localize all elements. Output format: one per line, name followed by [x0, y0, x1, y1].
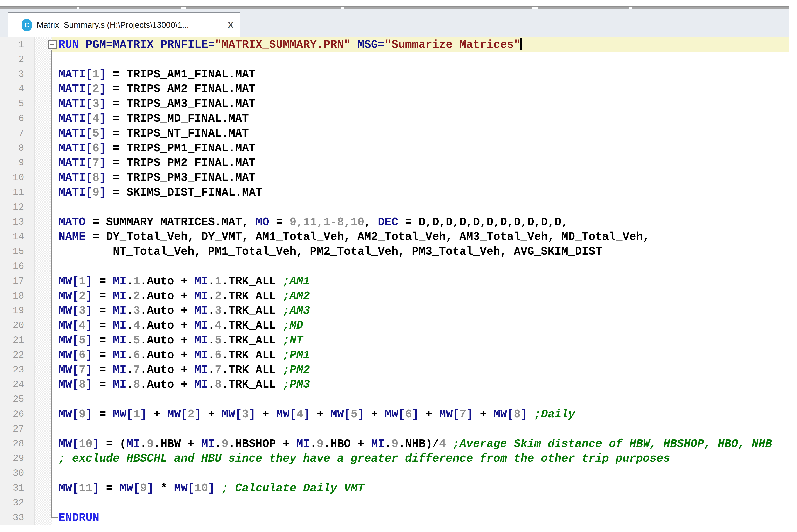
- code-line: MATI[7] = TRIPS_PM2_FINAL.MAT: [58, 156, 789, 170]
- code-token: MW[: [58, 364, 79, 377]
- code-token: ]: [86, 290, 92, 303]
- code-token: ]: [140, 408, 147, 421]
- fold-margin: [35, 363, 52, 378]
- code-token: ENDRUN: [58, 511, 99, 525]
- code-token: MW[: [58, 319, 79, 332]
- code-token: 1: [215, 275, 222, 288]
- code-token: 6: [215, 349, 222, 362]
- code-token: 9,11,1-8,10: [289, 216, 364, 229]
- code-token: = (: [99, 437, 127, 451]
- fold-margin: [35, 52, 52, 67]
- code-token: = TRIPS_NT_FINAL.MAT: [106, 127, 249, 140]
- line-number: 9: [0, 156, 35, 170]
- fold-margin: [35, 215, 52, 230]
- code-line: [58, 52, 789, 67]
- code-token: 8: [79, 378, 86, 391]
- code-line: NAME = DY_Total_Veh, DY_VMT, AM1_Total_V…: [58, 230, 789, 244]
- code-token: 8: [92, 171, 99, 184]
- toolbar-separator: [77, 6, 79, 9]
- fold-margin: [35, 259, 52, 274]
- line-number: 17: [0, 274, 35, 289]
- code-token: PRNFILE=: [160, 38, 215, 51]
- code-token: MATI[: [58, 156, 92, 169]
- code-line-row: 29; exclude HBSCHL and HBU since they ha…: [0, 451, 789, 466]
- code-left-padding: [52, 363, 58, 378]
- code-token: MATI[: [58, 142, 92, 155]
- code-token: PGM=MATRIX: [86, 38, 154, 51]
- code-line: MW[2] = MI.2.Auto + MI.2.TRK_ALL ;AM2: [58, 289, 789, 304]
- code-token: ]: [466, 408, 473, 421]
- code-line: MATI[5] = TRIPS_NT_FINAL.MAT: [58, 126, 789, 141]
- code-line: [58, 200, 789, 215]
- code-token: MATI[: [58, 82, 92, 96]
- code-token: = D,D,D,D,D,D,D,D,D,D,D,: [398, 216, 568, 229]
- code-token: ]: [99, 156, 106, 169]
- fold-margin: [35, 200, 52, 215]
- fold-margin: [35, 170, 52, 185]
- code-token: MATI[: [58, 127, 92, 140]
- code-line-row: 10MATI[8] = TRIPS_PM3_FINAL.MAT: [0, 170, 789, 185]
- code-token: 3: [215, 304, 222, 317]
- code-token: +: [255, 408, 276, 421]
- code-token: .TRK_ALL: [222, 290, 283, 303]
- code-left-padding: [52, 466, 58, 481]
- code-token: MW[: [58, 378, 79, 391]
- code-token: NT_Total_Veh, PM1_Total_Veh, PM2_Total_V…: [58, 245, 602, 258]
- fold-margin: [35, 496, 52, 511]
- code-left-padding: [52, 392, 58, 407]
- code-line-row: 17MW[1] = MI.1.Auto + MI.1.TRK_ALL ;AM1: [0, 274, 789, 289]
- code-token: [446, 437, 453, 451]
- code-line: MW[8] = MI.8.Auto + MI.8.TRK_ALL ;PM3: [58, 377, 789, 392]
- code-token: =: [92, 349, 113, 362]
- code-token: ]: [521, 408, 528, 421]
- fold-margin: [35, 481, 52, 496]
- code-token: .: [127, 378, 133, 391]
- code-token: .: [208, 364, 215, 377]
- code-line-row: 1RUN PGM=MATRIX PRNFILE="MATRIX_SUMMARY.…: [0, 37, 789, 52]
- code-token: MI: [201, 437, 215, 451]
- fold-margin: [35, 97, 52, 111]
- code-token: ;PM1: [283, 349, 310, 362]
- code-token: MATO: [58, 216, 86, 229]
- code-line: MW[4] = MI.4.Auto + MI.4.TRK_ALL ;MD: [58, 318, 789, 333]
- fold-margin: [35, 377, 52, 392]
- line-number: 15: [0, 244, 35, 259]
- code-token: ]: [86, 378, 92, 391]
- code-token: MATI[: [58, 186, 92, 199]
- code-token: ]: [303, 408, 310, 421]
- code-token: MI: [127, 437, 140, 451]
- line-number: 18: [0, 289, 35, 304]
- code-line: MW[10] = (MI.9.HBW + MI.9.HBSHOP + MI.9.…: [58, 437, 789, 452]
- fold-margin: [35, 111, 52, 126]
- code-line: MATI[3] = TRIPS_AM3_FINAL.MAT: [58, 97, 789, 111]
- tab-close-icon[interactable]: X: [228, 20, 233, 30]
- toolbar-separator: [341, 6, 344, 9]
- code-token: = DY_Total_Veh, DY_VMT, AM1_Total_Veh, A…: [86, 230, 650, 243]
- code-token: 1: [133, 275, 140, 288]
- line-number: 14: [0, 230, 35, 244]
- toolbar-separator: [181, 6, 186, 9]
- code-token: ;NT: [283, 334, 303, 347]
- code-token: ;AM1: [283, 275, 310, 288]
- document-tab[interactable]: C Matrix_Summary.s (H:\Projects\13000\1.…: [8, 12, 240, 37]
- code-token: 7: [215, 364, 222, 377]
- fold-collapse-marker[interactable]: [48, 40, 57, 49]
- fold-margin: [35, 82, 52, 97]
- code-line-row: 13MATO = SUMMARY_MATRICES.MAT, MO = 9,11…: [0, 215, 789, 230]
- code-line-row: 30: [0, 466, 789, 481]
- code-token: +: [419, 408, 439, 421]
- code-left-padding: [52, 200, 58, 215]
- code-line: MW[6] = MI.6.Auto + MI.6.TRK_ALL ;PM1: [58, 348, 789, 363]
- code-token: .TRK_ALL: [222, 319, 283, 332]
- line-number: 30: [0, 466, 35, 481]
- code-left-padding: [52, 156, 58, 170]
- fold-margin: [35, 126, 52, 141]
- code-token: =: [92, 378, 113, 391]
- code-token: 9: [140, 482, 147, 495]
- code-token: 3: [133, 304, 140, 317]
- line-number: 22: [0, 348, 35, 363]
- minus-icon: [50, 44, 54, 45]
- code-token: 11: [79, 482, 92, 495]
- code-token: 1: [92, 68, 99, 81]
- code-editor[interactable]: 1RUN PGM=MATRIX PRNFILE="MATRIX_SUMMARY.…: [0, 37, 789, 526]
